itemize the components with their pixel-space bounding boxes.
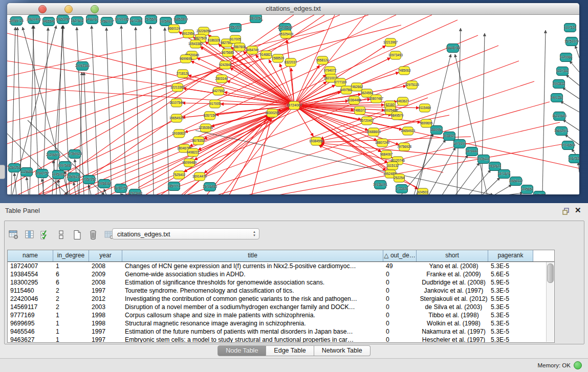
graph-node-label: 15692971 [554,129,569,133]
network-desktop: citations_edges.txt 24955724206914069465… [0,0,588,203]
column-header-title[interactable]: title [122,250,383,261]
graph-node-label: 924503 [417,190,428,194]
scrollbar-thumb[interactable] [547,264,554,283]
graph-node-label: 9777169 [334,80,347,84]
row-selection-icon[interactable] [40,229,51,241]
network-graph[interactable]: 2495572420691406946554610653287152760264… [7,15,579,194]
column-header-out_de[interactable]: △ out_de… [383,250,417,261]
table-cell: 1 [53,327,89,336]
create-column-icon[interactable] [72,229,83,241]
graph-node-label: 6466160 [86,17,99,21]
table-row[interactable]: 946362711997Embryonic stem cells: a mode… [8,336,554,343]
table-row[interactable]: 2242004622012Investigating the contribut… [8,295,554,303]
graph-node-label: 8427552 [212,89,225,93]
graph-node-label: 3624554 [361,91,374,95]
graph-node-label: 9146821 [260,53,273,56]
tab-node-table[interactable]: Node Table [217,345,266,356]
float-panel-icon[interactable] [562,207,570,215]
table-row[interactable]: 1830029562008Estimation of significance … [8,278,554,287]
graph-node-label: 16914479 [192,174,207,178]
graph-node-label: 9465546 [42,19,55,23]
graph-node-label: 9794072 [324,69,337,72]
graph-node-label: 10958167 [97,182,112,185]
table-cell: 0 [383,287,417,295]
column-header-short[interactable]: short [417,250,488,261]
table-cell: Nakamura et al. (1997) [417,327,488,336]
vertical-scrollbar[interactable] [546,262,554,342]
network-window[interactable]: citations_edges.txt 24955724206914069465… [7,3,579,194]
delete-column-icon[interactable] [88,229,99,241]
row-height-icon[interactable] [56,229,67,241]
node-table: namein_degreeyeartitle△ out_de…shortpage… [7,250,555,343]
network-canvas[interactable]: 2495572420691406946554610653287152760264… [7,15,579,194]
graph-node-label: 12213967 [383,40,398,44]
table-cell: Changes of HCN gene expression and I(f) … [122,262,383,270]
table-row[interactable]: 969969511998Structural magnetic resonanc… [8,319,554,327]
table-row[interactable]: 1872400712008Changes of HCN gene express… [8,262,554,270]
resize-grip[interactable] [7,15,16,24]
graph-node-label: 18807249 [375,141,390,144]
graph-node-label: 9498222 [187,150,200,154]
status-bar: Memory: OK [0,358,588,372]
table-cell: 2009 [89,270,122,278]
graph-node-label: 9245652 [521,187,534,191]
table-row[interactable]: 977716911998Corpus callosum shape and si… [8,311,554,319]
graph-node-label: 17016504 [561,143,576,147]
window-title: citations_edges.txt [7,5,579,12]
table-cell: Tourette syndrome. Phenomenology and cla… [122,287,383,295]
graph-node-label: 10543382 [188,42,203,46]
graph-node-label: 17359924 [68,152,82,156]
graph-node-label: 9684067 [380,152,393,156]
column-header-pagerank[interactable]: pagerank [488,250,533,261]
table-mode-icon[interactable] [8,229,19,241]
table-cell: 2012 [89,295,122,303]
graph-node-label: 62160 [385,103,395,106]
table-cell: 5.6E-5 [488,270,533,278]
graph-node-label: 20206576 [46,153,61,157]
table-cell: 0 [383,327,417,336]
graph-node-label: 917005 [209,102,221,105]
tab-network-table[interactable]: Network Table [314,345,371,356]
table-cell: 2 [53,287,89,295]
window-titlebar[interactable]: citations_edges.txt [7,3,579,15]
table-row[interactable]: 1456911722003Disruption of a novel membe… [8,303,554,311]
close-panel-icon[interactable]: ✕ [575,206,581,215]
table-cell: 5.9E-5 [488,278,533,287]
table-header-row: namein_degreeyeartitle△ out_de…shortpage… [8,250,554,262]
column-header-year[interactable]: year [89,250,122,261]
tab-edge-table[interactable]: Edge Table [266,345,314,356]
table-row[interactable]: 1938455462009Genome-wide association stu… [8,270,554,278]
graph-node-label: 8678352 [192,139,205,142]
graph-node-label: 8938923 [443,134,456,138]
table-cell: 9465546 [8,327,53,336]
table-cell: 6 [53,270,89,278]
graph-node-label: 9227342 [556,69,569,73]
graph-node-label: 9129966 [560,55,573,59]
table-row[interactable]: 946554611997Estimation of the future num… [8,327,554,336]
table-row[interactable]: 911546021997Tourette syndrome. Phenomeno… [8,287,554,295]
table-cell: 18724007 [8,262,53,270]
graph-node-label: 2803144 [215,77,228,80]
graph-node-label: 7485063 [398,69,411,72]
graph-node-label: 7832621 [489,164,502,168]
graph-node-label: 8322037 [285,60,297,64]
table-cell: 0 [383,270,417,278]
panel-collapse-handle[interactable] [0,165,5,179]
graph-node-label: 16648784 [446,46,461,50]
graph-node-label: 16853809 [173,17,188,21]
column-display-icon[interactable] [24,229,35,241]
table-select-dropdown[interactable]: citations_edges.txt ▲▼ [112,228,259,239]
graph-node-label: 14569117 [100,19,114,23]
table-cell: 9699695 [8,319,53,327]
graph-node-label: 15716485 [203,185,217,188]
table-cell: Franke et al. (2009) [417,270,488,278]
column-header-name[interactable]: name [8,250,53,261]
graph-node-label: 917005 [230,37,241,41]
table-cell: 0 [383,319,417,327]
column-header-in_degree[interactable]: in_degree [53,250,89,261]
header-spacer [533,250,554,261]
table-cell: de Silva et al. (2003) [417,303,488,311]
table-cell: 1 [53,311,89,319]
graph-node-label: 1527602 [71,19,84,23]
graph-node-label: 2867608 [233,45,246,49]
